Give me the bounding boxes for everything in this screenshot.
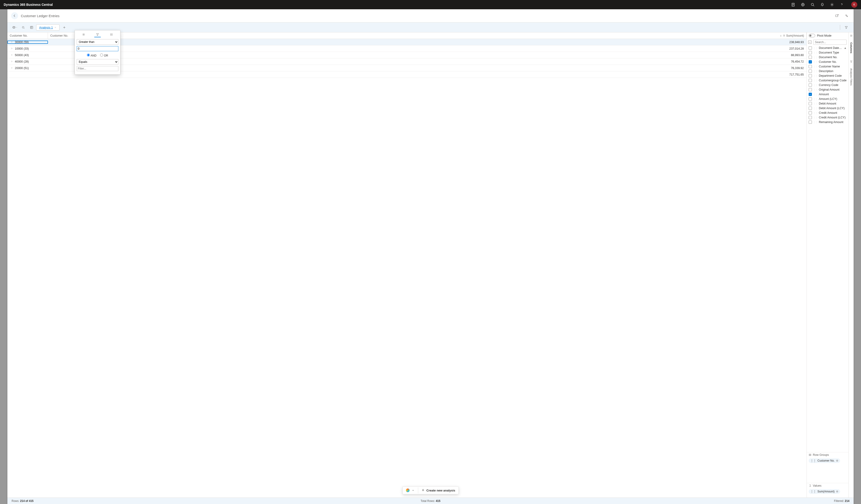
- remove-chip-icon[interactable]: [836, 490, 838, 493]
- toolbar-search-icon[interactable]: [19, 24, 27, 31]
- columns-rail-tab[interactable]: Columns: [850, 41, 853, 55]
- column-checkbox[interactable]: [809, 97, 812, 100]
- tab-analysis-1[interactable]: Analysis 1: [36, 24, 59, 31]
- column-item[interactable]: ⋮⋮Amount (LCY): [808, 97, 848, 101]
- add-tab-button[interactable]: [60, 24, 68, 31]
- column-checkbox[interactable]: [809, 107, 812, 110]
- column-item[interactable]: ⋮⋮Document Date Month▲: [808, 46, 848, 50]
- copilot-icon[interactable]: [801, 2, 805, 7]
- row-group-chip[interactable]: ⋮⋮ Customer No.: [809, 458, 840, 463]
- filter-toggle-icon[interactable]: [843, 24, 850, 31]
- drag-handle-icon[interactable]: ⋮⋮: [813, 107, 818, 110]
- column-checkbox[interactable]: [809, 51, 812, 54]
- column-checkbox[interactable]: [809, 102, 812, 105]
- column-checkbox[interactable]: [809, 74, 812, 78]
- table-row[interactable]: 10000 (33)237,014.28: [8, 45, 807, 52]
- drag-handle-icon[interactable]: ⋮⋮: [813, 121, 818, 123]
- column-item[interactable]: ⋮⋮Debit Amount: [808, 101, 848, 106]
- expand-row-icon[interactable]: [11, 41, 13, 44]
- drag-handle-icon[interactable]: ⋮⋮: [813, 116, 818, 119]
- drag-handle-icon[interactable]: ⋮⋮: [813, 74, 818, 77]
- copilot-action-button[interactable]: [402, 487, 418, 494]
- drag-handle-icon[interactable]: ⋮⋮: [813, 56, 818, 59]
- drag-handle-icon[interactable]: ⋮⋮: [813, 103, 818, 105]
- column-header-group[interactable]: Customer No.: [8, 32, 48, 39]
- column-checkbox[interactable]: [809, 111, 812, 114]
- create-analysis-button[interactable]: Create new analysis: [418, 487, 459, 494]
- collapse-all-button[interactable]: −: [808, 41, 811, 44]
- filter-logic-or[interactable]: OR: [100, 54, 108, 57]
- table-row[interactable]: 20000 (51)76,339.92: [8, 65, 807, 71]
- expand-row-icon[interactable]: [11, 67, 13, 70]
- pivot-mode-toggle[interactable]: [809, 34, 815, 37]
- drag-handle-icon[interactable]: ⋮⋮: [813, 52, 818, 54]
- column-checkbox[interactable]: [809, 69, 812, 73]
- expand-row-icon[interactable]: [11, 47, 13, 50]
- column-item[interactable]: ⋮⋮Credit Amount: [808, 110, 848, 115]
- copilot-dropdown[interactable]: [11, 24, 18, 31]
- expand-row-icon[interactable]: [11, 60, 13, 63]
- column-search-input[interactable]: [813, 40, 847, 45]
- values-chip[interactable]: ⋮⋮ Sum(Amount): [809, 489, 840, 494]
- table-row[interactable]: 30000 (59)238,948.93: [8, 39, 807, 45]
- column-item[interactable]: ⋮⋮Description: [808, 69, 848, 73]
- drag-handle-icon[interactable]: ⋮⋮: [813, 98, 818, 100]
- columns-rail-icon[interactable]: [850, 34, 853, 38]
- column-item[interactable]: ⋮⋮Remaining Amount: [808, 120, 848, 124]
- help-icon[interactable]: [840, 2, 844, 7]
- table-row[interactable]: 40000 (28)76,454.72: [8, 58, 807, 65]
- column-item[interactable]: ⋮⋮Debit Amount (LCY): [808, 106, 848, 110]
- expand-row-icon[interactable]: [11, 54, 13, 57]
- column-item[interactable]: ⋮⋮Credit Amount (LCY): [808, 115, 848, 120]
- column-checkbox[interactable]: [809, 88, 812, 91]
- column-header-sum-amount[interactable]: Sum(Amount): [94, 32, 807, 39]
- column-item[interactable]: ⋮⋮Amount: [808, 92, 848, 97]
- search-icon[interactable]: [810, 2, 815, 7]
- column-checkbox[interactable]: [809, 60, 812, 64]
- column-checkbox[interactable]: [809, 56, 812, 59]
- tell-me-icon[interactable]: [791, 2, 795, 7]
- column-checkbox[interactable]: [809, 83, 812, 87]
- filter-tab-menu[interactable]: [80, 32, 87, 37]
- notifications-icon[interactable]: [820, 2, 824, 7]
- column-item[interactable]: ⋮⋮Customergroup Code: [808, 78, 848, 83]
- remove-chip-icon[interactable]: [836, 460, 838, 462]
- drag-handle-icon[interactable]: ⋮⋮: [813, 93, 818, 96]
- filter-value-2[interactable]: [77, 66, 118, 71]
- filters-rail-tab[interactable]: Analysis Filters: [850, 67, 853, 87]
- pop-out-icon[interactable]: [834, 13, 840, 19]
- drag-handle-icon[interactable]: ⋮⋮: [813, 84, 818, 86]
- drag-handle-icon[interactable]: ⋮⋮: [813, 88, 818, 91]
- column-checkbox[interactable]: [809, 93, 812, 96]
- column-item[interactable]: ⋮⋮Document Type: [808, 50, 848, 55]
- collapse-icon[interactable]: [843, 13, 850, 19]
- column-item[interactable]: ⋮⋮Document No.: [808, 55, 848, 59]
- column-checkbox[interactable]: [809, 46, 812, 50]
- drag-handle-icon[interactable]: ⋮⋮: [813, 70, 818, 72]
- column-checkbox[interactable]: [809, 79, 812, 82]
- drag-handle-icon[interactable]: ⋮⋮: [813, 65, 818, 68]
- drag-handle-icon[interactable]: ⋮⋮: [813, 112, 818, 114]
- column-checkbox[interactable]: [809, 116, 812, 119]
- column-item[interactable]: ⋮⋮Customer No.: [808, 59, 848, 64]
- drag-handle-icon[interactable]: ⋮⋮: [813, 47, 818, 49]
- toolbar-list-icon[interactable]: [28, 24, 35, 31]
- column-item[interactable]: ⋮⋮Currency Code: [808, 83, 848, 87]
- table-row[interactable]: 50000 (43)88,993.80: [8, 52, 807, 58]
- drag-handle-icon[interactable]: ⋮⋮: [813, 61, 818, 63]
- avatar[interactable]: K: [851, 2, 857, 8]
- column-checkbox[interactable]: [809, 65, 812, 68]
- column-checkbox[interactable]: [809, 121, 812, 124]
- back-button[interactable]: [11, 12, 18, 19]
- settings-icon[interactable]: [830, 2, 834, 7]
- filter-tab-filter[interactable]: [94, 32, 101, 37]
- column-item[interactable]: ⋮⋮Customer Name: [808, 64, 848, 69]
- drag-handle-icon[interactable]: ⋮⋮: [813, 79, 818, 82]
- filter-condition-2[interactable]: Equals: [77, 59, 118, 65]
- filter-value-1[interactable]: [77, 46, 118, 51]
- filter-logic-and[interactable]: AND: [87, 54, 96, 57]
- filters-rail-icon[interactable]: [850, 60, 853, 64]
- filter-condition-1[interactable]: Greater than: [77, 39, 118, 45]
- column-item[interactable]: ⋮⋮Department Code: [808, 73, 848, 78]
- filter-tab-columns[interactable]: [108, 32, 115, 37]
